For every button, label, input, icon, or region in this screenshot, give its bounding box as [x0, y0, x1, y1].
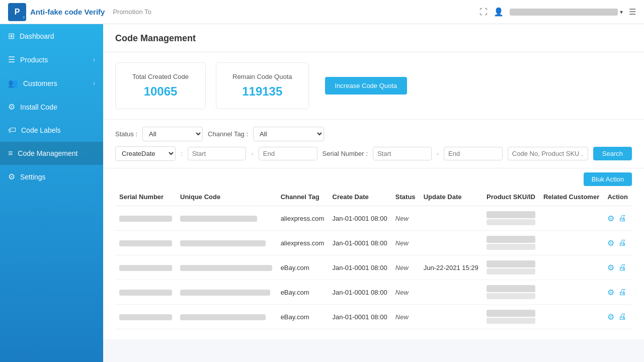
table-row: ██ █████ ████ ████ ██████ ████ ████ alie…: [115, 231, 632, 255]
customers-icon: 👥: [8, 78, 18, 88]
print-action-icon[interactable]: 🖨: [618, 263, 626, 272]
cell-update-date: Jun-22-2021 15:29: [420, 255, 482, 280]
cell-create-date: Jan-01-0001 08:00: [329, 255, 391, 280]
cell-action: ⚙ 🖨: [603, 231, 632, 255]
cell-product-sku: [482, 280, 539, 305]
filter-row-1: Status : All New Used Expired Channel Ta…: [115, 127, 632, 141]
date-dash: -: [251, 150, 253, 157]
status-select[interactable]: All New Used Expired: [142, 127, 203, 141]
cell-create-date: Jan-01-0001 08:00: [329, 280, 391, 305]
serial-end-input[interactable]: [444, 147, 503, 160]
cell-unique-code: ██ ██████ ████ ████: [176, 206, 277, 231]
col-related-customer: Related Customer: [539, 188, 603, 206]
cell-status: New: [391, 305, 420, 329]
print-action-icon[interactable]: 🖨: [618, 238, 626, 247]
cell-serial: ██ █████ ████: [115, 255, 176, 280]
cell-channel-tag: eBay.com: [277, 255, 329, 280]
sidebar-item-settings[interactable]: ⚙ Settings: [0, 165, 103, 189]
user-info[interactable]: ██████████ ██████████ ▾: [510, 9, 623, 16]
app-subtitle: Promotion To: [113, 8, 151, 16]
cell-unique-code: ████ ██████ ████ ████: [176, 231, 277, 255]
cell-serial: ██ █████ ████: [115, 231, 176, 255]
serial-start-input[interactable]: [373, 147, 432, 160]
sidebar-item-code-labels[interactable]: 🏷 Code Labels: [0, 119, 103, 142]
actions-row: Bluk Action: [103, 168, 644, 188]
sidebar-item-customers[interactable]: 👥 Customers ›: [0, 71, 103, 95]
table-header-row: Serial Number Unique Code Channel Tag Cr…: [115, 188, 632, 206]
total-created-value: 10065: [132, 84, 189, 99]
cell-create-date: Jan-01-0001 08:00: [329, 206, 391, 231]
page-header: Code Management: [103, 24, 644, 52]
main-content: Code Management Total Created Code 10065…: [103, 24, 644, 362]
cell-status: New: [391, 206, 420, 231]
install-code-icon: ⚙: [8, 102, 15, 112]
sidebar-item-install-code[interactable]: ⚙ Install Code: [0, 95, 103, 119]
channel-tag-select[interactable]: All aliexpress.com eBay.com: [253, 127, 324, 141]
sidebar-item-code-management[interactable]: ≡ Code Management: [0, 142, 103, 165]
date-field-select[interactable]: CreateDate UpdateDate: [115, 146, 176, 161]
cell-action: ⚙ 🖨: [603, 255, 632, 280]
cell-related-customer: [539, 231, 603, 255]
table-section: Serial Number Unique Code Channel Tag Cr…: [103, 188, 644, 339]
sidebar-item-products[interactable]: ☰ Products ›: [0, 48, 103, 71]
date-end-input[interactable]: [259, 147, 317, 160]
channel-tag-label: Channel Tag :: [208, 130, 248, 138]
layout: ⊞ Dashboard ☰ Products › 👥 Customers › ⚙…: [0, 24, 644, 362]
codes-table: Serial Number Unique Code Channel Tag Cr…: [115, 188, 632, 329]
settings-action-icon[interactable]: ⚙: [607, 312, 614, 322]
cell-channel-tag: aliexpress.com: [277, 206, 329, 231]
filter-row-2: CreateDate UpdateDate : - Serial Number …: [115, 146, 632, 161]
code-search-input[interactable]: [508, 147, 588, 160]
topbar-right: ⛶ 👤 ██████████ ██████████ ▾ ☰: [479, 7, 636, 17]
cell-update-date: [420, 206, 482, 231]
cell-status: New: [391, 280, 420, 305]
cell-status: New: [391, 255, 420, 280]
col-create-date: Create Date: [329, 188, 391, 206]
cell-unique-code: ████ ██████ ████ ████: [176, 305, 277, 329]
menu-icon[interactable]: ☰: [629, 7, 636, 17]
chevron-down-icon: ▾: [620, 9, 623, 16]
sidebar-item-dashboard[interactable]: ⊞ Dashboard: [0, 24, 103, 48]
print-action-icon[interactable]: 🖨: [618, 214, 626, 223]
settings-action-icon[interactable]: ⚙: [607, 288, 614, 297]
cell-serial: ██ █████ ████: [115, 305, 176, 329]
settings-action-icon[interactable]: ⚙: [607, 214, 614, 223]
search-button[interactable]: Search: [593, 147, 632, 160]
user-icon[interactable]: 👤: [494, 7, 504, 17]
table-row: ██ █████ ████ ██ ██████ ████ ████ aliexp…: [115, 206, 632, 231]
status-label: Status :: [115, 130, 137, 138]
fullscreen-icon[interactable]: ⛶: [479, 8, 488, 17]
cell-serial: ██ █████ ████: [115, 280, 176, 305]
cell-unique-code: ██ ██ ██████ █████ ████: [176, 255, 277, 280]
col-unique-code: Unique Code: [176, 188, 277, 206]
total-created-label: Total Created Code: [132, 73, 189, 80]
bulk-action-button[interactable]: Bluk Action: [584, 172, 632, 186]
print-action-icon[interactable]: 🖨: [618, 288, 626, 297]
cell-unique-code: █████ █████ █████ ████: [176, 280, 277, 305]
table-row: ██ █████ ████ ████ ██████ ████ ████ eBay…: [115, 305, 632, 329]
date-start-input[interactable]: [188, 147, 247, 160]
cell-product-sku: [482, 206, 539, 231]
sidebar: ⊞ Dashboard ☰ Products › 👥 Customers › ⚙…: [0, 24, 103, 362]
increase-quota-button[interactable]: Increase Code Quota: [325, 77, 408, 95]
col-product-sku: Product SKU/ID: [482, 188, 539, 206]
user-name: ██████████ ██████████: [510, 9, 618, 16]
cell-product-sku: [482, 255, 539, 280]
print-action-icon[interactable]: 🖨: [618, 312, 626, 321]
settings-action-icon[interactable]: ⚙: [607, 263, 614, 273]
col-update-date: Update Date: [420, 188, 482, 206]
code-management-icon: ≡: [8, 149, 13, 158]
cell-product-sku: [482, 231, 539, 255]
cell-action: ⚙ 🖨: [603, 206, 632, 231]
settings-action-icon[interactable]: ⚙: [607, 238, 614, 248]
cell-status: New: [391, 231, 420, 255]
col-action: Action: [603, 188, 632, 206]
filters-section: Status : All New Used Expired Channel Ta…: [103, 120, 644, 168]
cell-channel-tag: aliexpress.com: [277, 231, 329, 255]
remain-quota-value: 119135: [232, 84, 292, 99]
cell-serial: ██ █████ ████: [115, 206, 176, 231]
chevron-right-icon: ›: [93, 56, 95, 63]
stats-row: Total Created Code 10065 Remain Code Quo…: [103, 52, 644, 120]
cell-update-date: [420, 305, 482, 329]
sidebar-label-install-code: Install Code: [20, 103, 57, 111]
